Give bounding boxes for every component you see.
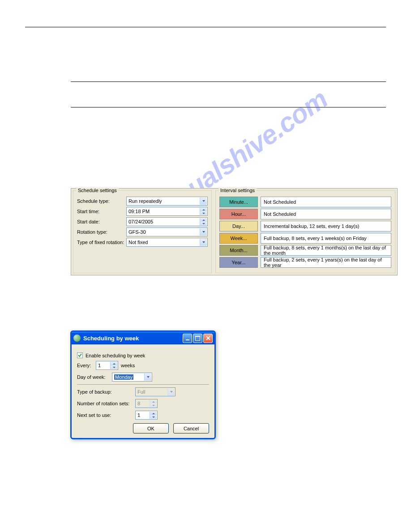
rotation-type-row: Rotation type: GFS-30 bbox=[77, 227, 208, 236]
interval-settings-fieldset: Interval settings Minute... Not Schedule… bbox=[215, 190, 395, 273]
fixed-rotation-combobox[interactable]: Not fixed bbox=[126, 238, 208, 247]
spinner-icon[interactable] bbox=[110, 362, 117, 369]
chevron-down-icon[interactable] bbox=[200, 239, 207, 246]
cancel-button[interactable]: Cancel bbox=[173, 423, 209, 433]
schedule-type-label: Schedule type: bbox=[77, 198, 126, 204]
interval-month-button[interactable]: Month... bbox=[219, 245, 258, 256]
start-time-row: Start time: 09:18 PM bbox=[77, 207, 208, 216]
every-label: Every: bbox=[77, 363, 96, 368]
schedule-type-value: Run repeatedly bbox=[128, 198, 162, 204]
spinner-icon bbox=[150, 400, 157, 407]
horizontal-rule bbox=[71, 82, 386, 82]
spinner-icon[interactable] bbox=[150, 412, 157, 419]
start-date-value: 07/24/2005 bbox=[128, 219, 153, 224]
start-time-value: 09:18 PM bbox=[128, 209, 150, 214]
close-icon bbox=[206, 336, 210, 340]
interval-legend: Interval settings bbox=[218, 188, 257, 193]
type-of-backup-combobox: Full bbox=[135, 387, 176, 396]
schedule-type-combobox[interactable]: Run repeatedly bbox=[126, 197, 208, 206]
weeks-label: weeks bbox=[121, 363, 135, 368]
type-of-backup-value: Full bbox=[137, 389, 146, 395]
maximize-button[interactable] bbox=[193, 334, 202, 343]
schedule-settings-fieldset: Schedule settings Schedule type: Run rep… bbox=[73, 190, 212, 273]
chevron-down-icon[interactable] bbox=[200, 228, 207, 236]
interval-day-text: Incremental backup, 12 sets, every 1 day… bbox=[261, 221, 391, 232]
enable-scheduling-label: Enable scheduling by week bbox=[86, 353, 145, 358]
rotation-sets-label: Number of rotation sets: bbox=[77, 401, 135, 406]
horizontal-rule bbox=[71, 107, 386, 107]
interval-month-text: Full backup, 8 sets, every 1 months(s) o… bbox=[261, 245, 391, 256]
dialog-body: Enable scheduling by week Every: 1 weeks… bbox=[72, 344, 214, 438]
every-row: Every: 1 weeks bbox=[77, 361, 209, 370]
scheduling-by-week-dialog: Scheduling by week Enable scheduling by … bbox=[70, 330, 216, 439]
start-time-input[interactable]: 09:18 PM bbox=[126, 207, 208, 216]
enable-scheduling-row: Enable scheduling by week bbox=[77, 352, 209, 358]
every-input[interactable]: 1 bbox=[96, 361, 118, 370]
rotation-type-combobox[interactable]: GFS-30 bbox=[126, 227, 208, 236]
interval-day-row: Day... Incremental backup, 12 sets, ever… bbox=[219, 221, 391, 232]
spinner-icon[interactable] bbox=[200, 208, 207, 215]
type-of-backup-label: Type of backup: bbox=[77, 389, 135, 395]
ok-button[interactable]: OK bbox=[133, 423, 169, 433]
settings-panel: Schedule settings Schedule type: Run rep… bbox=[71, 188, 398, 275]
interval-week-text: Full backup, 8 sets, every 1 weeks(s) on… bbox=[261, 233, 391, 244]
chevron-down-icon[interactable] bbox=[200, 197, 207, 205]
enable-scheduling-checkbox[interactable] bbox=[77, 352, 83, 358]
interval-minute-row: Minute... Not Scheduled bbox=[219, 197, 391, 207]
rotation-type-value: GFS-30 bbox=[128, 229, 146, 235]
minimize-button[interactable] bbox=[183, 334, 192, 343]
chevron-down-icon[interactable] bbox=[144, 373, 151, 381]
app-icon bbox=[73, 335, 81, 342]
interval-hour-row: Hour... Not Scheduled bbox=[219, 209, 391, 219]
interval-hour-button[interactable]: Hour... bbox=[219, 209, 258, 219]
day-of-week-value: Monday bbox=[114, 374, 133, 380]
interval-week-button[interactable]: Week... bbox=[219, 233, 258, 244]
interval-year-button[interactable]: Year... bbox=[219, 257, 258, 268]
start-date-input[interactable]: 07/24/2005 bbox=[126, 217, 208, 226]
start-date-row: Start date: 07/24/2005 bbox=[77, 217, 208, 226]
dialog-titlebar[interactable]: Scheduling by week bbox=[72, 332, 214, 344]
start-time-label: Start time: bbox=[77, 209, 126, 214]
interval-year-text: Full backup, 2 sets, every 1 years(s) on… bbox=[261, 257, 391, 268]
check-icon bbox=[77, 353, 82, 358]
interval-week-row: Week... Full backup, 8 sets, every 1 wee… bbox=[219, 233, 391, 244]
day-of-week-row: Day of week: Monday bbox=[77, 373, 209, 382]
dialog-title: Scheduling by week bbox=[83, 335, 182, 342]
interval-year-row: Year... Full backup, 2 sets, every 1 yea… bbox=[219, 257, 391, 268]
interval-minute-button[interactable]: Minute... bbox=[219, 197, 258, 207]
schedule-type-row: Schedule type: Run repeatedly bbox=[77, 197, 208, 206]
interval-day-button[interactable]: Day... bbox=[219, 221, 258, 232]
rotation-type-label: Rotation type: bbox=[77, 229, 126, 235]
next-set-input[interactable]: 1 bbox=[135, 411, 158, 420]
fixed-rotation-value: Not fixed bbox=[128, 240, 148, 245]
fixed-rotation-label: Type of fixed rotation: bbox=[77, 240, 126, 245]
fixed-rotation-row: Type of fixed rotation: Not fixed bbox=[77, 238, 208, 247]
close-button[interactable] bbox=[203, 334, 213, 343]
rotation-sets-value: 8 bbox=[137, 401, 140, 406]
interval-hour-text: Not Scheduled bbox=[261, 209, 391, 219]
every-value: 1 bbox=[98, 363, 101, 368]
interval-month-row: Month... Full backup, 8 sets, every 1 mo… bbox=[219, 245, 391, 256]
type-of-backup-row: Type of backup: Full bbox=[77, 387, 209, 396]
spinner-icon[interactable] bbox=[200, 218, 207, 225]
dialog-divider bbox=[77, 384, 209, 385]
dialog-button-row: OK Cancel bbox=[77, 423, 209, 433]
next-set-row: Next set to use: 1 bbox=[77, 411, 209, 420]
start-date-label: Start date: bbox=[77, 219, 126, 224]
chevron-down-icon bbox=[167, 388, 175, 395]
day-of-week-combobox[interactable]: Monday bbox=[112, 373, 152, 382]
day-of-week-label: Day of week: bbox=[77, 374, 112, 380]
next-set-label: Next set to use: bbox=[77, 412, 135, 418]
next-set-value: 1 bbox=[137, 412, 140, 418]
interval-minute-text: Not Scheduled bbox=[261, 197, 391, 207]
horizontal-rule bbox=[25, 27, 386, 27]
rotation-sets-row: Number of rotation sets: 8 bbox=[77, 399, 209, 408]
rotation-sets-input: 8 bbox=[135, 399, 158, 408]
schedule-legend: Schedule settings bbox=[76, 188, 119, 193]
